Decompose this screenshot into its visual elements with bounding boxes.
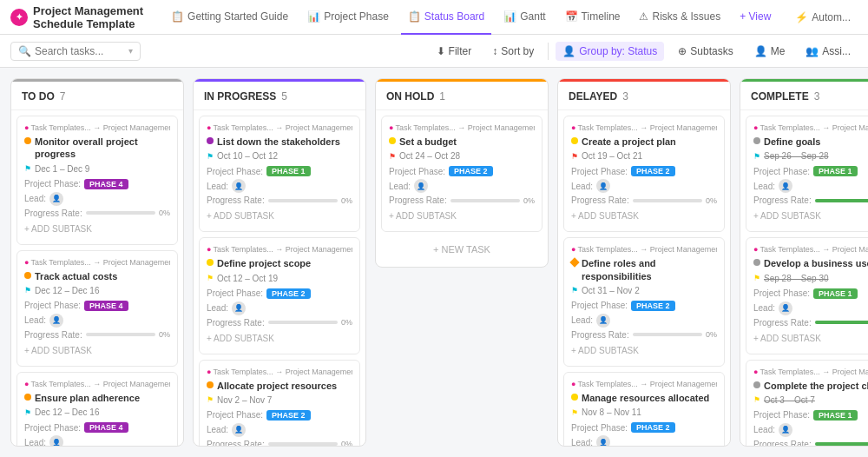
- breadcrumb-dot: ●: [571, 245, 575, 254]
- search-box[interactable]: 🔍 ▾: [10, 42, 141, 61]
- task-card[interactable]: ● Task Templates... → Project Management…: [199, 116, 360, 232]
- me-button[interactable]: 👤 Me: [747, 42, 792, 61]
- task-name-text: Define goals: [764, 136, 820, 148]
- task-lead-field: Lead: 👤: [389, 179, 535, 193]
- task-date-text: Dec 12 – Dec 16: [35, 407, 100, 417]
- task-date-text: Sep 26 – Sep 28: [764, 151, 829, 161]
- breadcrumb-dot: ●: [207, 123, 211, 132]
- column-delayed: DELAYED 3● Task Templates... → Project M…: [557, 78, 731, 447]
- task-lead-field: Lead: 👤: [207, 179, 352, 193]
- task-breadcrumb: ● Task Templates... → Project Management…: [571, 123, 717, 132]
- column-in-progress: IN PROGRESS 5● Task Templates... → Proje…: [193, 78, 366, 447]
- task-card[interactable]: ● Task Templates... → Project Management…: [381, 116, 542, 232]
- column-header-todo: TO DO 7: [11, 79, 183, 110]
- task-progress-field: Progress Rate:100%: [753, 195, 868, 205]
- board-icon: 📋: [408, 10, 421, 23]
- task-phase-field: Project Phase: PHASE 2: [571, 166, 717, 176]
- subtasks-button[interactable]: ⊕ Subtasks: [671, 42, 740, 61]
- task-progress-field: Progress Rate:0%: [24, 330, 170, 340]
- breadcrumb-dot: ●: [24, 258, 29, 267]
- task-date: ⚑Oct 10 – Oct 12: [207, 151, 352, 161]
- tab-risks[interactable]: ⚠ Risks & Issues: [632, 0, 727, 35]
- add-subtask-btn[interactable]: + ADD SUBTASK: [753, 208, 868, 224]
- add-subtask-btn[interactable]: + ADD SUBTASK: [207, 330, 352, 347]
- task-breadcrumb: ● Task Templates... → Project Management…: [753, 245, 868, 254]
- tab-gantt[interactable]: 📊 Gantt: [496, 0, 552, 35]
- task-card[interactable]: ● Task Templates... → Project Management…: [746, 116, 868, 232]
- task-breadcrumb: ● Task Templates... → Project Management…: [24, 258, 170, 267]
- column-header-in-progress: IN PROGRESS 5: [194, 79, 365, 110]
- progress-percent: 0%: [341, 196, 352, 205]
- progress-bar-bg: [450, 199, 520, 202]
- add-subtask-btn[interactable]: + ADD SUBTASK: [753, 330, 868, 347]
- progress-bar-bg: [268, 321, 338, 324]
- add-subtask-btn[interactable]: + ADD SUBTASK: [389, 208, 535, 224]
- task-card[interactable]: ● Task Templates... → Project Management…: [199, 237, 360, 354]
- app-icon: ✦: [10, 9, 28, 26]
- breadcrumb-dot: ●: [571, 123, 575, 132]
- new-task-button[interactable]: + NEW TASK: [381, 237, 542, 262]
- phase-badge: PHASE 1: [813, 166, 858, 176]
- tab-project-phase[interactable]: 📊 Project Phase: [300, 0, 396, 35]
- task-card[interactable]: ● Task Templates... → Project Management…: [563, 372, 725, 446]
- add-subtask-btn[interactable]: + ADD SUBTASK: [24, 342, 170, 359]
- breadcrumb-dot: ●: [571, 380, 575, 388]
- phase-badge: PHASE 2: [631, 301, 675, 311]
- task-name-text: Define project scope: [217, 257, 311, 269]
- progress-percent: 0%: [341, 318, 352, 327]
- search-icon: 🔍: [18, 45, 31, 57]
- lead-avatar: 👤: [49, 314, 63, 328]
- task-progress-field: Progress Rate:0%: [207, 440, 352, 446]
- assignee-button[interactable]: 👥 Assi...: [799, 42, 858, 61]
- search-input[interactable]: [35, 45, 125, 57]
- task-name: Define project scope: [207, 257, 352, 269]
- task-card[interactable]: ● Task Templates... → Project Management…: [746, 360, 868, 446]
- task-breadcrumb: ● Task Templates... → Project Management…: [753, 123, 868, 132]
- lead-label: Lead:: [753, 425, 775, 434]
- task-card[interactable]: ● Task Templates... → Project Management…: [16, 372, 178, 446]
- add-view-tab[interactable]: + View: [733, 0, 778, 35]
- phase-label: Project Phase:: [753, 167, 810, 176]
- toolbar: 🔍 ▾ ⬇ Filter ↕ Sort by 👤 Group by: Statu…: [0, 35, 868, 68]
- status-dot: [753, 381, 760, 388]
- filter-icon: ⬇: [437, 45, 445, 57]
- task-name: Manage resources allocated: [571, 392, 717, 404]
- flag-icon: ⚑: [753, 274, 760, 282]
- automation-button[interactable]: ⚡ Autom...: [788, 8, 858, 27]
- lead-avatar: 👤: [232, 423, 246, 437]
- task-card[interactable]: ● Task Templates... → Project Management…: [746, 237, 868, 354]
- add-subtask-btn[interactable]: + ADD SUBTASK: [571, 342, 717, 359]
- tab-getting-started[interactable]: 📋 Getting Started Guide: [164, 0, 295, 35]
- phase-label: Project Phase:: [571, 423, 628, 433]
- task-progress-field: Progress Rate:0%: [207, 318, 352, 328]
- status-dot: [24, 272, 31, 279]
- add-subtask-btn[interactable]: + ADD SUBTASK: [24, 221, 170, 237]
- status-dot: [571, 394, 578, 401]
- progress-label-text: Progress Rate:: [753, 195, 812, 205]
- task-card[interactable]: ● Task Templates... → Project Management…: [563, 116, 725, 232]
- task-breadcrumb: ● Task Templates... → Project Management…: [389, 123, 535, 132]
- task-date: ⚑Sep 26 – Sep 28: [753, 151, 868, 161]
- status-dot: [207, 259, 214, 266]
- task-progress-field: Progress Rate:0%: [571, 330, 717, 340]
- task-progress-field: Progress Rate:100%: [753, 318, 868, 328]
- phase-badge: PHASE 2: [449, 166, 493, 176]
- task-breadcrumb: ● Task Templates... → Project Management…: [24, 380, 170, 388]
- task-card[interactable]: ● Task Templates... → Project Management…: [199, 360, 360, 446]
- tab-timeline[interactable]: 📅 Timeline: [558, 0, 628, 35]
- add-subtask-btn[interactable]: + ADD SUBTASK: [207, 208, 352, 224]
- tab-status-board[interactable]: 📋 Status Board: [401, 0, 491, 35]
- task-card[interactable]: ● Task Templates... → Project Management…: [16, 250, 178, 367]
- progress-label-text: Progress Rate:: [207, 440, 265, 446]
- column-title: IN PROGRESS 5: [204, 90, 355, 103]
- task-card[interactable]: ● Task Templates... → Project Management…: [563, 237, 725, 367]
- sort-button[interactable]: ↕ Sort by: [485, 42, 541, 61]
- group-by-button[interactable]: 👤 Group by: Status: [556, 42, 664, 61]
- add-subtask-btn[interactable]: + ADD SUBTASK: [571, 208, 717, 224]
- progress-label-text: Progress Rate:: [389, 195, 447, 205]
- task-date: ⚑Sep 28 – Sep 30: [753, 274, 868, 283]
- filter-button[interactable]: ⬇ Filter: [430, 42, 479, 61]
- column-body-in-progress: ● Task Templates... → Project Management…: [194, 110, 365, 446]
- task-card[interactable]: ● Task Templates... → Project Management…: [16, 116, 178, 245]
- flag-icon: ⚑: [207, 395, 214, 404]
